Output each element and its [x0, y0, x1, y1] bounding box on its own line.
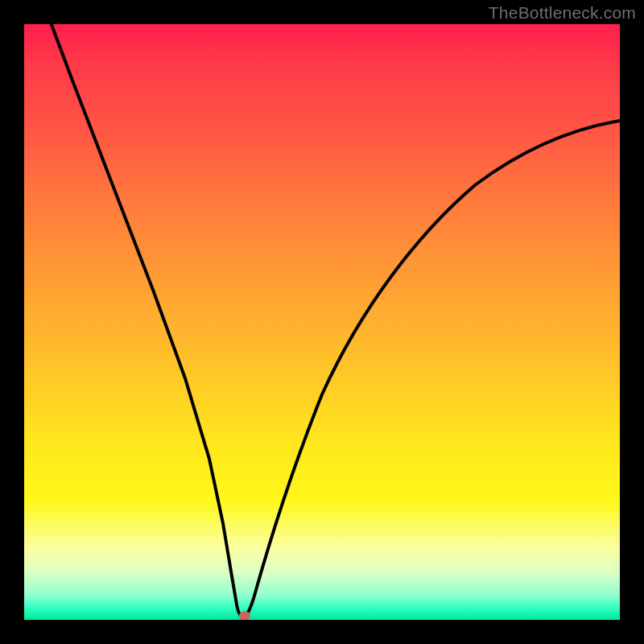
gradient-background: [24, 24, 620, 620]
plot-area: [24, 24, 620, 620]
watermark-text: TheBottleneck.com: [489, 3, 636, 23]
optimum-marker: [239, 611, 250, 620]
